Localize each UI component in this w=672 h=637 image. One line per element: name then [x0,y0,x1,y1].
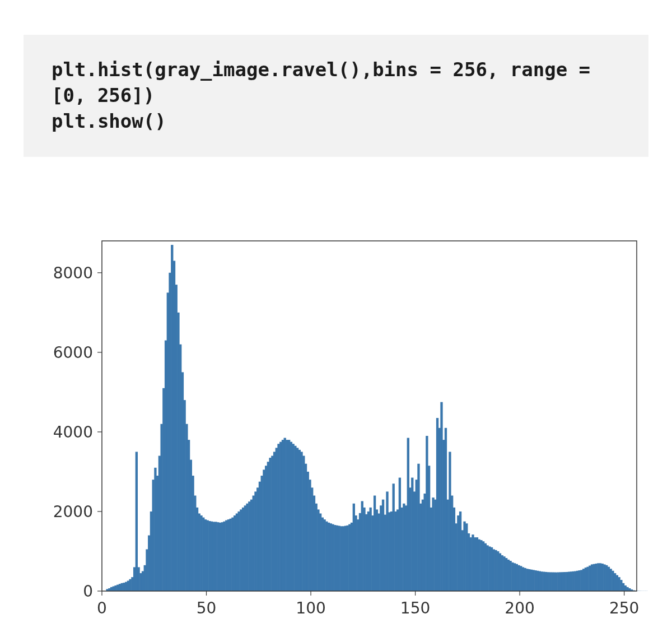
histogram-bar [311,487,313,591]
histogram-bar [179,344,181,590]
histogram-bar [474,537,476,591]
histogram-bar [486,545,488,591]
histogram-bar [472,534,474,591]
histogram-bar [298,450,301,591]
histogram-bar [152,480,155,591]
histogram-bar [445,427,447,590]
histogram-bar [242,508,244,591]
histogram-bar [146,549,148,591]
histogram-bar [557,572,559,591]
histogram-bar [463,521,465,590]
histogram-bar [237,512,240,591]
histogram-bar [348,524,351,590]
histogram-bar [449,452,451,591]
histogram-bar [436,418,438,591]
histogram-bar [568,571,570,590]
histogram-bar [133,567,136,591]
histogram-bar [175,285,178,591]
histogram-bar [328,523,330,591]
histogram-bar [459,512,461,591]
histogram-bar [536,570,539,590]
histogram-bar [296,448,298,591]
histogram-bar [344,526,347,590]
code-line-2: plt.show() [52,110,166,132]
histogram-bar [605,565,608,591]
histogram-bar [622,583,624,590]
histogram-bar [480,540,482,591]
histogram-bar [556,572,558,590]
histogram-bar [626,587,628,591]
histogram-bar [423,494,426,591]
histogram-bar [470,537,472,591]
histogram-bar [608,566,610,590]
histogram-bar [386,491,388,591]
histogram-bar [407,438,409,590]
histogram-bar [244,505,246,591]
histogram-bar [256,487,259,591]
histogram-bar [393,483,395,591]
histogram-bar [586,566,589,590]
histogram-bar [610,569,612,591]
histogram-bar [277,444,279,591]
y-tick-label: 8000 [53,263,93,282]
histogram-bar [230,518,232,590]
histogram-bar [334,525,336,591]
histogram-bar [612,570,614,590]
histogram-bar [165,340,167,590]
histogram-bar [491,547,493,591]
histogram-bar [426,436,428,591]
histogram-bar [505,558,507,591]
histogram-bar [217,522,219,591]
histogram-bar [597,563,599,591]
x-tick-label: 150 [400,599,430,617]
chart-svg: 02000400060008000050100150200250 [26,230,648,622]
histogram-bar [136,452,138,591]
histogram-bar [288,440,290,591]
histogram-bar [442,440,445,591]
histogram-bar [196,508,198,591]
histogram-bar [330,523,332,591]
histogram-bar [574,571,576,591]
histogram-bar [507,560,510,591]
histogram-bar [516,564,518,590]
histogram-bar [580,570,582,591]
histogram-bar [221,522,223,591]
histogram-bar [595,564,597,591]
y-tick-label: 0 [83,582,93,601]
histogram-bar [400,508,403,591]
histogram-bar [405,505,407,591]
histogram-bar [532,570,534,591]
histogram-bar [547,572,549,591]
histogram-bar [363,508,365,591]
histogram-bar [265,466,267,591]
histogram-bar [162,388,165,590]
x-tick-label: 200 [505,599,534,617]
histogram-bar [139,573,142,591]
histogram-bar [309,480,311,591]
code-line-1: plt.hist(gray_image.ravel(),bins = 256, … [52,58,602,106]
histogram-bar [382,499,384,590]
histogram-bar [240,509,242,591]
histogram-bar [376,509,378,591]
histogram-bar [119,584,121,591]
histogram-bar [488,546,491,591]
histogram-bar [336,525,338,590]
histogram-bar [142,571,144,591]
histogram-bar [576,570,578,590]
y-tick-label: 2000 [53,503,93,521]
histogram-bar [413,491,416,591]
histogram-bar [213,522,215,591]
histogram-bar [208,521,211,591]
histogram-bar [188,440,190,591]
histogram-bar [332,524,334,590]
histogram-bar [123,583,125,591]
histogram-bar [522,567,524,591]
x-tick-label: 50 [197,599,217,617]
histogram-bar [367,512,370,591]
histogram-bar [181,372,184,591]
histogram-bar [451,495,453,590]
histogram-bar [259,481,261,590]
histogram-bar [374,495,376,590]
histogram-bar [589,565,591,590]
histogram-bar [116,584,119,590]
